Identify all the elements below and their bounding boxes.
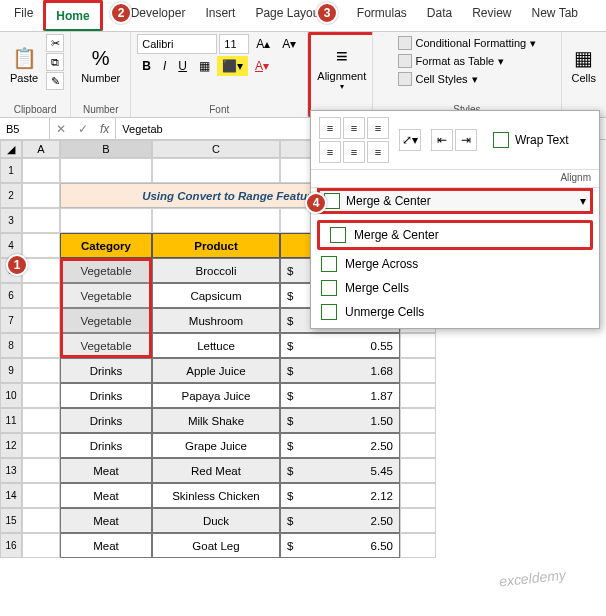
cell-category[interactable]: Meat [60,508,152,533]
underline-button[interactable]: U [173,56,192,76]
format-as-table-button[interactable]: Format as Table ▾ [394,52,541,70]
merge-center-dropdown[interactable]: Merge & Center▾ [317,188,593,214]
tab-review[interactable]: Review [462,0,521,31]
cell-category[interactable]: Vegetable [60,258,152,283]
row-header[interactable]: 15 [0,508,22,533]
font-color-button[interactable]: A▾ [250,56,274,76]
conditional-formatting-button[interactable]: Conditional Formatting ▾ [394,34,541,52]
cell-category[interactable]: Drinks [60,383,152,408]
cell-a16[interactable] [22,533,60,558]
cell-f14[interactable] [400,483,436,508]
format-painter-button[interactable]: ✎ [46,72,64,90]
border-button[interactable]: ▦ [194,56,215,76]
cell-a1[interactable] [22,158,60,183]
cell-b1[interactable] [60,158,152,183]
row-header[interactable]: 16 [0,533,22,558]
cell-category[interactable]: Meat [60,483,152,508]
col-header-a[interactable]: A [22,140,60,158]
decrease-indent[interactable]: ⇤ [431,129,453,151]
cell-blank[interactable] [22,208,60,233]
row-header[interactable]: 7 [0,308,22,333]
cell-product[interactable]: Broccoli [152,258,280,283]
row-header[interactable]: 2 [0,183,22,208]
wrap-text-button[interactable]: Wrap Text [487,132,575,148]
cell-f10[interactable] [400,383,436,408]
cell-f12[interactable] [400,433,436,458]
tab-developer[interactable]: Developer [121,0,196,31]
cell-a13[interactable] [22,458,60,483]
increase-indent[interactable]: ⇥ [455,129,477,151]
cell-a7[interactable] [22,308,60,333]
tab-new[interactable]: New Tab [522,0,588,31]
cell-price[interactable]: $6.50 [280,533,400,558]
cell-category[interactable]: Drinks [60,358,152,383]
tab-data[interactable]: Data [417,0,462,31]
cell-f15[interactable] [400,508,436,533]
cell-blank[interactable] [60,208,152,233]
cell-category[interactable]: Drinks [60,433,152,458]
tab-file[interactable]: File [4,0,43,31]
cell-product[interactable]: Papaya Juice [152,383,280,408]
align-bottom-right[interactable]: ≡ [367,141,389,163]
col-header-b[interactable]: B [60,140,152,158]
fill-color-button[interactable]: ⬛▾ [217,56,248,76]
menu-merge-cells[interactable]: Merge Cells [311,276,599,300]
cell-f16[interactable] [400,533,436,558]
cells-button[interactable]: ▦Cells [568,34,600,96]
cell-c1[interactable] [152,158,280,183]
row-header[interactable]: 1 [0,158,22,183]
cell-product[interactable]: Skinless Chicken [152,483,280,508]
cell-a14[interactable] [22,483,60,508]
align-bottom-center[interactable]: ≡ [343,141,365,163]
cell-category[interactable]: Vegetable [60,308,152,333]
col-header-c[interactable]: C [152,140,280,158]
cell-product[interactable]: Lettuce [152,333,280,358]
cell-product[interactable]: Mushroom [152,308,280,333]
cell-price[interactable]: $1.50 [280,408,400,433]
cell-product[interactable]: Apple Juice [152,358,280,383]
cell-f8[interactable] [400,333,436,358]
row-header[interactable]: 6 [0,283,22,308]
cell-price[interactable]: $2.50 [280,508,400,533]
font-name-select[interactable] [137,34,217,54]
cell-price[interactable]: $5.45 [280,458,400,483]
row-header[interactable]: 9 [0,358,22,383]
cell-f9[interactable] [400,358,436,383]
orientation-button[interactable]: ⤢▾ [399,129,421,151]
cell-product[interactable]: Red Meat [152,458,280,483]
cell-price[interactable]: $2.12 [280,483,400,508]
cell-styles-button[interactable]: Cell Styles ▾ [394,70,541,88]
cell-category[interactable]: Vegetable [60,283,152,308]
cell-a12[interactable] [22,433,60,458]
align-top-center[interactable]: ≡ [343,117,365,139]
italic-button[interactable]: I [158,56,171,76]
cell-product[interactable]: Capsicum [152,283,280,308]
cell-product[interactable]: Grape Juice [152,433,280,458]
cell-a11[interactable] [22,408,60,433]
row-header[interactable]: 12 [0,433,22,458]
menu-unmerge-cells[interactable]: Unmerge Cells [311,300,599,324]
cell-price[interactable]: $1.68 [280,358,400,383]
cell-category[interactable]: Meat [60,533,152,558]
row-header[interactable]: 14 [0,483,22,508]
cell-a10[interactable] [22,383,60,408]
cell-a15[interactable] [22,508,60,533]
number-format-button[interactable]: %Number [77,34,124,96]
increase-font-button[interactable]: A▴ [251,34,275,54]
row-header[interactable]: 8 [0,333,22,358]
row-header[interactable]: 11 [0,408,22,433]
decrease-font-button[interactable]: A▾ [277,34,301,54]
paste-button[interactable]: 📋Paste [6,34,42,96]
row-header[interactable]: 13 [0,458,22,483]
cell-a4[interactable] [22,233,60,258]
tab-formulas[interactable]: Formulas [347,0,417,31]
select-all-corner[interactable]: ◢ [0,140,22,158]
tab-insert[interactable]: Insert [195,0,245,31]
align-top-right[interactable]: ≡ [367,117,389,139]
cell-product[interactable]: Milk Shake [152,408,280,433]
align-bottom-left[interactable]: ≡ [319,141,341,163]
row-header[interactable]: 10 [0,383,22,408]
cell-a2[interactable] [22,183,60,208]
cell-category[interactable]: Meat [60,458,152,483]
align-top-left[interactable]: ≡ [319,117,341,139]
